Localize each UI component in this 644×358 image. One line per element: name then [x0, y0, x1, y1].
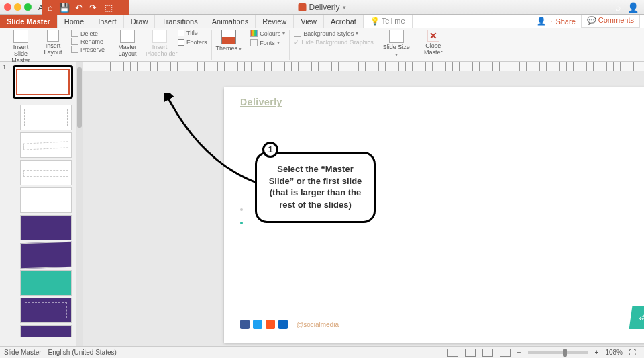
tab-view[interactable]: View — [294, 15, 324, 28]
preserve-button[interactable]: Preserve — [71, 46, 105, 53]
rename-button[interactable]: Rename — [71, 38, 105, 45]
close-icon: ✕ — [427, 30, 439, 42]
home-icon[interactable]: ⌂ — [44, 1, 56, 13]
themes-button[interactable]: Themes — [216, 30, 242, 52]
tab-insert[interactable]: Insert — [91, 15, 124, 28]
ribbon-tabs: Slide Master Home Insert Draw Transition… — [0, 15, 644, 28]
tab-slide-master[interactable]: Slide Master — [0, 15, 58, 28]
master-layout-button[interactable]: Master Layout — [113, 30, 142, 57]
window-close-dot[interactable] — [4, 3, 11, 11]
share-button[interactable]: 👤→ Share — [531, 15, 580, 28]
background-styles-dropdown[interactable]: Background Styles — [294, 30, 374, 37]
title-checkbox[interactable]: Title — [178, 30, 207, 36]
document-title: Deliverly ▾ — [298, 3, 345, 12]
redo-icon[interactable]: ↷ — [87, 1, 99, 13]
powerpoint-icon — [298, 3, 306, 11]
tab-home[interactable]: Home — [58, 15, 91, 28]
comments-button[interactable]: 💬 Comments — [581, 13, 640, 28]
ribbon: Insert Slide Master Insert Layout Delete… — [0, 28, 644, 62]
tell-me-search[interactable]: 💡 Tell me — [364, 15, 413, 28]
account-icon[interactable]: 👤 — [627, 2, 639, 13]
insert-slide-master-button[interactable]: Insert Slide Master — [7, 30, 35, 62]
window-minimize-dot[interactable] — [14, 3, 21, 11]
colours-dropdown[interactable]: Colours — [250, 30, 285, 37]
fonts-dropdown[interactable]: Fonts — [250, 39, 285, 46]
close-master-button[interactable]: ✕ Close Master — [419, 30, 447, 56]
delete-button[interactable]: Delete — [71, 30, 105, 37]
window-zoom-dot[interactable] — [24, 3, 32, 11]
tab-draw[interactable]: Draw — [124, 15, 156, 28]
tab-animations[interactable]: Animations — [205, 15, 256, 28]
undo-icon[interactable]: ↶ — [72, 1, 85, 13]
insert-layout-button[interactable]: Insert Layout — [39, 30, 67, 56]
document-title-text: Deliverly — [309, 3, 339, 12]
hide-background-checkbox[interactable]: ✓ Hide Background Graphics — [294, 39, 374, 46]
touch-mode-icon[interactable]: ⬚ — [101, 1, 113, 13]
footers-checkbox[interactable]: Footers — [178, 39, 207, 46]
tab-review[interactable]: Review — [256, 15, 294, 28]
save-icon[interactable]: 💾 — [58, 1, 70, 13]
slide-size-button[interactable]: Slide Size — [382, 30, 411, 58]
search-icon[interactable]: ⌕ — [615, 2, 621, 13]
tab-acrobat[interactable]: Acrobat — [324, 15, 364, 28]
insert-placeholder-button[interactable]: Insert Placeholder — [146, 30, 174, 57]
tab-transitions[interactable]: Transitions — [155, 15, 205, 28]
quick-access-toolbar: ⌂ 💾 ↶ ↷ ⬚ — [42, 0, 129, 15]
